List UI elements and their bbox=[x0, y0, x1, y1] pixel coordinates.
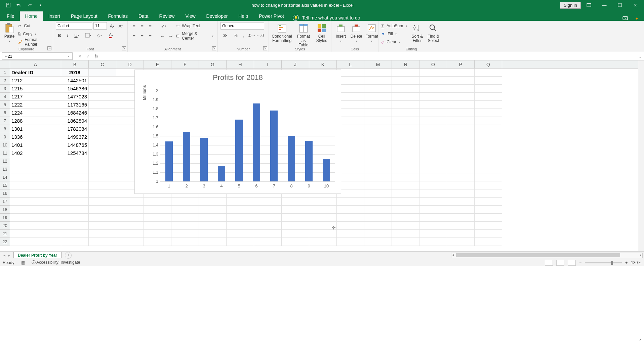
scroll-thumb[interactable] bbox=[456, 253, 620, 257]
cell[interactable] bbox=[254, 198, 282, 206]
cell[interactable] bbox=[475, 125, 502, 133]
page-break-view-icon[interactable] bbox=[568, 260, 576, 266]
cell[interactable] bbox=[475, 222, 502, 230]
bar[interactable] bbox=[165, 141, 173, 181]
increase-indent-icon[interactable]: ⇥ bbox=[167, 32, 174, 40]
cell[interactable] bbox=[89, 101, 116, 109]
sheet-tab-active[interactable]: Dealer Profit by Year bbox=[13, 252, 62, 258]
scroll-right-icon[interactable]: ▸ bbox=[640, 253, 642, 257]
tab-formulas[interactable]: Formulas bbox=[103, 11, 133, 21]
cell[interactable] bbox=[282, 206, 309, 214]
font-name-input[interactable] bbox=[56, 22, 92, 30]
tell-me-search[interactable]: 💡 Tell me what you want to do bbox=[293, 15, 360, 21]
cell[interactable] bbox=[227, 230, 254, 238]
row-header[interactable]: 12 bbox=[0, 157, 10, 165]
enter-formula-icon[interactable]: ✓ bbox=[86, 54, 90, 59]
tab-power-pivot[interactable]: Power Pivot bbox=[253, 11, 289, 21]
cell[interactable] bbox=[116, 230, 144, 238]
cell[interactable]: 1477023 bbox=[61, 93, 89, 101]
fx-icon[interactable]: fx bbox=[95, 53, 98, 59]
cell[interactable] bbox=[144, 222, 171, 230]
cell[interactable] bbox=[475, 198, 502, 206]
cell[interactable] bbox=[364, 141, 392, 149]
cell[interactable] bbox=[199, 238, 227, 246]
cell[interactable] bbox=[392, 181, 419, 189]
cell[interactable] bbox=[364, 238, 392, 246]
cell[interactable] bbox=[392, 69, 419, 77]
cell[interactable]: 1448765 bbox=[61, 141, 89, 149]
sheet-nav-next-icon[interactable]: ▸ bbox=[8, 253, 10, 258]
cell[interactable] bbox=[116, 214, 144, 222]
clipboard-launcher-icon[interactable]: ↘ bbox=[47, 46, 51, 50]
accessibility-status[interactable]: ⓘ Accessibility: Investigate bbox=[32, 260, 80, 265]
name-box-dropdown-icon[interactable]: ▾ bbox=[68, 55, 70, 58]
cell[interactable] bbox=[392, 165, 419, 173]
cell[interactable] bbox=[254, 214, 282, 222]
cell[interactable] bbox=[10, 238, 61, 246]
cell[interactable] bbox=[364, 165, 392, 173]
cell[interactable] bbox=[364, 206, 392, 214]
zoom-level[interactable]: 130% bbox=[631, 260, 641, 265]
redo-icon[interactable] bbox=[25, 1, 34, 9]
cell[interactable] bbox=[171, 222, 199, 230]
expand-formula-icon[interactable]: ⌄ bbox=[636, 54, 644, 59]
cell[interactable] bbox=[419, 238, 447, 246]
cell[interactable] bbox=[447, 181, 475, 189]
cell[interactable]: 1288 bbox=[10, 117, 61, 125]
cell[interactable] bbox=[89, 133, 116, 141]
cell[interactable] bbox=[61, 206, 89, 214]
cell[interactable] bbox=[475, 230, 502, 238]
cell[interactable] bbox=[475, 149, 502, 157]
cell[interactable] bbox=[10, 173, 61, 181]
tab-help[interactable]: Help bbox=[233, 11, 253, 21]
col-header[interactable]: J bbox=[282, 60, 309, 68]
row-header[interactable]: 6 bbox=[0, 109, 10, 117]
cell[interactable] bbox=[337, 198, 364, 206]
cell[interactable] bbox=[89, 198, 116, 206]
col-header[interactable]: N bbox=[392, 60, 419, 68]
cell[interactable] bbox=[89, 109, 116, 117]
cell[interactable] bbox=[447, 189, 475, 198]
cell[interactable] bbox=[392, 93, 419, 101]
cell[interactable]: 1442501 bbox=[61, 77, 89, 85]
cell[interactable] bbox=[419, 101, 447, 109]
col-header[interactable]: L bbox=[337, 60, 364, 68]
cell[interactable] bbox=[419, 117, 447, 125]
cell[interactable] bbox=[392, 214, 419, 222]
cell[interactable] bbox=[392, 206, 419, 214]
cell[interactable] bbox=[364, 93, 392, 101]
cell[interactable] bbox=[89, 141, 116, 149]
zoom-out-icon[interactable]: − bbox=[579, 260, 581, 265]
cell[interactable] bbox=[392, 101, 419, 109]
cell[interactable]: 1546386 bbox=[61, 85, 89, 93]
cell[interactable] bbox=[447, 85, 475, 93]
embedded-chart[interactable]: Profits for 2018 Millions 11.11.21.31.41… bbox=[134, 70, 341, 194]
tab-data[interactable]: Data bbox=[133, 11, 154, 21]
cell[interactable] bbox=[419, 198, 447, 206]
col-header[interactable]: K bbox=[309, 60, 337, 68]
vertical-scrollbar[interactable] bbox=[638, 60, 644, 251]
cell[interactable] bbox=[419, 149, 447, 157]
comma-icon[interactable]: , bbox=[240, 32, 247, 39]
cell[interactable] bbox=[199, 214, 227, 222]
font-color-button[interactable]: A▾ bbox=[106, 32, 117, 39]
row-header[interactable]: 15 bbox=[0, 181, 10, 189]
undo-icon[interactable] bbox=[14, 1, 24, 9]
cell[interactable] bbox=[475, 77, 502, 85]
cell[interactable] bbox=[10, 189, 61, 198]
cell[interactable] bbox=[309, 230, 337, 238]
cell[interactable] bbox=[337, 222, 364, 230]
cell[interactable] bbox=[475, 157, 502, 165]
align-right-icon[interactable]: ≡ bbox=[147, 32, 154, 40]
cell[interactable] bbox=[254, 206, 282, 214]
cell[interactable] bbox=[447, 69, 475, 77]
col-header[interactable]: C bbox=[89, 60, 116, 68]
cell[interactable] bbox=[447, 214, 475, 222]
number-launcher-icon[interactable]: ↘ bbox=[263, 46, 267, 50]
decrease-indent-icon[interactable]: ⇤ bbox=[159, 32, 166, 40]
cell[interactable] bbox=[144, 206, 171, 214]
cell[interactable]: 1212 bbox=[10, 77, 61, 85]
cell[interactable] bbox=[419, 181, 447, 189]
cell[interactable]: 2018 bbox=[61, 69, 89, 77]
cell[interactable] bbox=[419, 85, 447, 93]
